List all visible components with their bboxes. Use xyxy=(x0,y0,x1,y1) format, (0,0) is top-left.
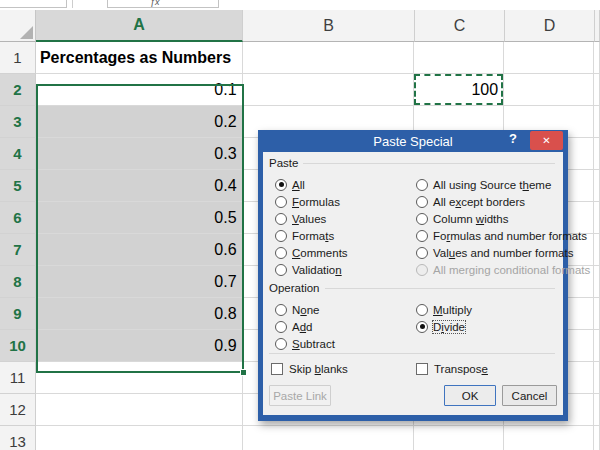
cell-A10[interactable]: 0.9 xyxy=(36,330,243,362)
radio-all-except-borders[interactable]: All except borders xyxy=(416,193,590,210)
cell-C2[interactable]: 100 xyxy=(414,74,504,106)
radio-icon xyxy=(275,247,287,259)
option-label: Values xyxy=(292,213,326,225)
cell-A4[interactable]: 0.3 xyxy=(36,138,243,170)
select-all-corner[interactable] xyxy=(0,10,36,42)
radio-subtract[interactable]: Subtract xyxy=(275,335,335,352)
radio-icon xyxy=(416,247,428,259)
cell-A9[interactable]: 0.8 xyxy=(36,298,243,330)
option-label: Validation xyxy=(292,264,342,276)
cell-B1[interactable] xyxy=(243,42,415,74)
radio-add[interactable]: Add xyxy=(275,318,335,335)
checkbox-skip-blanks[interactable]: Skip blanks xyxy=(271,360,348,377)
row-header-8[interactable]: 8 xyxy=(0,266,36,298)
radio-divide[interactable]: Divide xyxy=(416,318,472,335)
cell-A6[interactable]: 0.5 xyxy=(36,202,243,234)
cell-A7[interactable]: 0.6 xyxy=(36,234,243,266)
cell-partial-1[interactable] xyxy=(594,42,600,74)
radio-values[interactable]: Values xyxy=(275,210,348,227)
radio-values-and-number-formats[interactable]: Values and number formats xyxy=(416,244,590,261)
checkbox-icon xyxy=(416,363,428,375)
cell-partial-13[interactable] xyxy=(594,426,600,450)
row-header-9[interactable]: 9 xyxy=(0,298,36,330)
cancel-button[interactable]: Cancel xyxy=(502,385,557,406)
cell-D13[interactable] xyxy=(504,426,594,450)
dialog-titlebar[interactable]: Paste Special ? ✕ xyxy=(263,130,563,152)
radio-icon xyxy=(275,304,287,316)
radio-all[interactable]: All xyxy=(275,176,348,193)
column-header-B[interactable]: B xyxy=(243,10,415,42)
cell-A1[interactable]: Percentages as Numbers xyxy=(36,42,243,74)
column-header-D[interactable]: D xyxy=(505,10,595,42)
option-label: All merging conditional formats xyxy=(433,264,590,276)
option-label: Formulas xyxy=(292,196,340,208)
formula-input-remnant xyxy=(107,0,219,8)
option-label: Divide xyxy=(433,321,465,333)
cell-D2[interactable] xyxy=(504,74,594,106)
row-header-13[interactable]: 13 xyxy=(0,426,36,450)
radio-all-using-source-theme[interactable]: All using Source theme xyxy=(416,176,590,193)
cell-partial-7[interactable] xyxy=(594,234,600,266)
radio-formulas[interactable]: Formulas xyxy=(275,193,348,210)
cell-C13[interactable] xyxy=(414,426,504,450)
row-header-3[interactable]: 3 xyxy=(0,106,36,138)
column-header-C[interactable]: C xyxy=(415,10,505,42)
cell-partial-9[interactable] xyxy=(594,298,600,330)
cell-A2[interactable]: 0.1 xyxy=(36,74,243,106)
cell-partial-4[interactable] xyxy=(594,138,600,170)
cell-partial-3[interactable] xyxy=(594,106,600,138)
option-label: Values and number formats xyxy=(433,247,573,259)
cell-partial-6[interactable] xyxy=(594,202,600,234)
cell-A13[interactable] xyxy=(36,426,243,450)
cell-A8[interactable]: 0.7 xyxy=(36,266,243,298)
option-label: Add xyxy=(292,321,312,333)
row-header-5[interactable]: 5 xyxy=(0,170,36,202)
radio-formats[interactable]: Formats xyxy=(275,227,348,244)
cell-A3[interactable]: 0.2 xyxy=(36,106,243,138)
cell-partial-12[interactable] xyxy=(594,394,600,426)
radio-validation[interactable]: Validation xyxy=(275,261,348,278)
row-header-7[interactable]: 7 xyxy=(0,234,36,266)
cell-B13[interactable] xyxy=(243,426,415,450)
cell-C1[interactable] xyxy=(414,42,504,74)
cell-A11[interactable] xyxy=(36,362,243,394)
checkbox-transpose[interactable]: Transpose xyxy=(416,360,488,377)
radio-multiply[interactable]: Multiply xyxy=(416,301,472,318)
radio-icon xyxy=(416,264,428,276)
row-header-11[interactable]: 11 xyxy=(0,362,36,394)
help-button[interactable]: ? xyxy=(509,131,517,146)
cell-partial-11[interactable] xyxy=(594,362,600,394)
paste-options-right: All using Source themeAll except borders… xyxy=(416,176,590,278)
row-header-1[interactable]: 1 xyxy=(0,42,36,74)
cell-partial-5[interactable] xyxy=(594,170,600,202)
cell-A5[interactable]: 0.4 xyxy=(36,170,243,202)
column-headers: ABCD xyxy=(0,10,600,42)
cell-D1[interactable] xyxy=(504,42,594,74)
radio-column-widths[interactable]: Column widths xyxy=(416,210,590,227)
row-header-10[interactable]: 10 xyxy=(0,330,36,362)
column-header-A[interactable]: A xyxy=(36,10,243,42)
option-label: Column widths xyxy=(433,213,508,225)
row-header-12[interactable]: 12 xyxy=(0,394,36,426)
checkbox-icon xyxy=(271,363,283,375)
cell-A12[interactable] xyxy=(36,394,243,426)
cell-partial-10[interactable] xyxy=(594,330,600,362)
radio-formulas-and-number-formats[interactable]: Formulas and number formats xyxy=(416,227,590,244)
row-header-6[interactable]: 6 xyxy=(0,202,36,234)
row-header-4[interactable]: 4 xyxy=(0,138,36,170)
radio-icon xyxy=(275,179,287,191)
radio-comments[interactable]: Comments xyxy=(275,244,348,261)
row-header-2[interactable]: 2 xyxy=(0,74,36,106)
ok-button[interactable]: OK xyxy=(444,385,496,406)
fill-handle[interactable] xyxy=(240,369,247,376)
column-header-partial[interactable] xyxy=(595,10,600,42)
radio-icon xyxy=(275,196,287,208)
radio-icon xyxy=(275,338,287,350)
cell-partial-8[interactable] xyxy=(594,266,600,298)
close-button[interactable]: ✕ xyxy=(530,131,563,150)
group-rule xyxy=(325,288,555,289)
cell-B2[interactable] xyxy=(243,74,415,106)
option-label: All using Source theme xyxy=(433,179,551,191)
radio-none[interactable]: None xyxy=(275,301,335,318)
cell-partial-2[interactable] xyxy=(594,74,600,106)
